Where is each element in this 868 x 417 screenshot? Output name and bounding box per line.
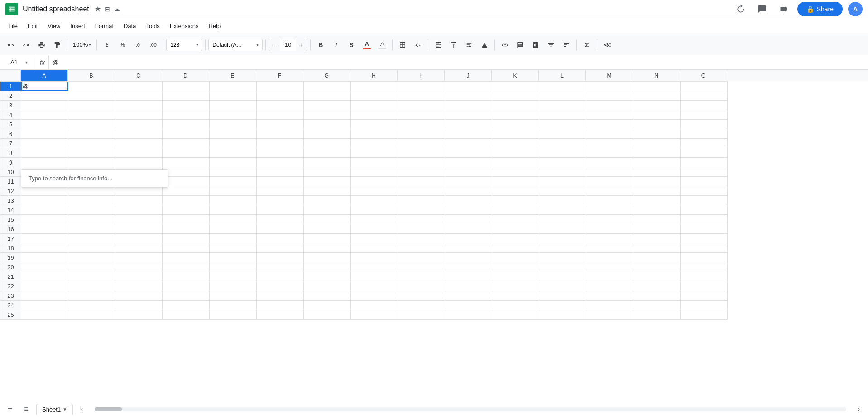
- cell-L16[interactable]: [539, 224, 586, 234]
- video-icon[interactable]: [776, 1, 792, 17]
- cell-J17[interactable]: [445, 234, 492, 243]
- cell-D20[interactable]: [163, 262, 210, 272]
- cell-C20[interactable]: [115, 262, 163, 272]
- cell-N25[interactable]: [633, 310, 681, 320]
- cell-I22[interactable]: [398, 281, 445, 291]
- cell-F7[interactable]: [257, 139, 304, 148]
- col-header-g[interactable]: G: [303, 70, 350, 81]
- cell-K21[interactable]: [492, 272, 539, 281]
- undo-button[interactable]: [4, 38, 18, 52]
- cell-B2[interactable]: [68, 91, 115, 101]
- cell-F20[interactable]: [257, 262, 304, 272]
- functions-button[interactable]: Σ: [580, 38, 594, 52]
- cell-L10[interactable]: [539, 167, 586, 177]
- cell-C5[interactable]: [115, 120, 163, 129]
- cell-J14[interactable]: [445, 205, 492, 215]
- cell-L9[interactable]: [539, 158, 586, 167]
- cell-H6[interactable]: [351, 129, 398, 139]
- cell-G17[interactable]: [304, 234, 351, 243]
- cell-G7[interactable]: [304, 139, 351, 148]
- cell-G5[interactable]: [304, 120, 351, 129]
- cell-G8[interactable]: [304, 148, 351, 158]
- cell-B15[interactable]: [68, 215, 115, 224]
- cell-I18[interactable]: [398, 243, 445, 253]
- cell-K22[interactable]: [492, 281, 539, 291]
- cell-A3[interactable]: [21, 101, 68, 110]
- cell-D6[interactable]: [163, 129, 210, 139]
- cell-N23[interactable]: [633, 291, 681, 301]
- cell-M15[interactable]: [586, 215, 633, 224]
- cell-D12[interactable]: [163, 186, 210, 196]
- cell-J8[interactable]: [445, 148, 492, 158]
- cell-A6[interactable]: [21, 129, 68, 139]
- cell-I25[interactable]: [398, 310, 445, 320]
- row-num-1[interactable]: 1: [0, 82, 21, 91]
- cell-A2[interactable]: [21, 91, 68, 101]
- bottom-scrollbar[interactable]: [95, 407, 846, 411]
- cell-M16[interactable]: [586, 224, 633, 234]
- font-size-input[interactable]: [280, 39, 296, 51]
- hide-toolbar-button[interactable]: ≪: [600, 38, 614, 52]
- chat-icon[interactable]: [754, 1, 770, 17]
- cell-N17[interactable]: [633, 234, 681, 243]
- cell-K8[interactable]: [492, 148, 539, 158]
- cell-N5[interactable]: [633, 120, 681, 129]
- cell-B3[interactable]: [68, 101, 115, 110]
- col-header-c[interactable]: C: [115, 70, 162, 81]
- cell-K3[interactable]: [492, 101, 539, 110]
- col-header-k[interactable]: K: [492, 70, 539, 81]
- cell-O6[interactable]: [681, 129, 728, 139]
- col-header-j[interactable]: J: [445, 70, 492, 81]
- cell-M3[interactable]: [586, 101, 633, 110]
- cell-E4[interactable]: [210, 110, 257, 120]
- cell-J10[interactable]: [445, 167, 492, 177]
- cell-F22[interactable]: [257, 281, 304, 291]
- cell-C25[interactable]: [115, 310, 163, 320]
- menu-insert[interactable]: Insert: [66, 21, 90, 31]
- row-num-22[interactable]: 22: [0, 281, 21, 291]
- cell-D22[interactable]: [163, 281, 210, 291]
- cell-N10[interactable]: [633, 167, 681, 177]
- bold-button[interactable]: B: [313, 38, 328, 52]
- text-color-button[interactable]: A: [360, 38, 374, 52]
- spreadsheet-title[interactable]: Untitled spreadsheet: [23, 5, 89, 13]
- cell-D4[interactable]: [163, 110, 210, 120]
- cell-G23[interactable]: [304, 291, 351, 301]
- cell-M4[interactable]: [586, 110, 633, 120]
- folder-icon[interactable]: ⊟: [105, 5, 110, 13]
- cell-O9[interactable]: [681, 158, 728, 167]
- cell-J18[interactable]: [445, 243, 492, 253]
- cell-H20[interactable]: [351, 262, 398, 272]
- cell-D24[interactable]: [163, 301, 210, 310]
- col-header-i[interactable]: I: [398, 70, 445, 81]
- cell-E6[interactable]: [210, 129, 257, 139]
- cell-N7[interactable]: [633, 139, 681, 148]
- row-num-3[interactable]: 3: [0, 101, 21, 110]
- cell-F10[interactable]: [257, 167, 304, 177]
- cell-K20[interactable]: [492, 262, 539, 272]
- cell-O2[interactable]: [681, 91, 728, 101]
- cell-A21[interactable]: [21, 272, 68, 281]
- link-button[interactable]: [498, 38, 512, 52]
- cell-N18[interactable]: [633, 243, 681, 253]
- cell-H14[interactable]: [351, 205, 398, 215]
- cell-D18[interactable]: [163, 243, 210, 253]
- cell-I11[interactable]: [398, 177, 445, 186]
- cell-E1[interactable]: [210, 82, 257, 91]
- cell-C17[interactable]: [115, 234, 163, 243]
- cell-M6[interactable]: [586, 129, 633, 139]
- cell-O20[interactable]: [681, 262, 728, 272]
- cell-O13[interactable]: [681, 196, 728, 205]
- cell-K2[interactable]: [492, 91, 539, 101]
- cell-N21[interactable]: [633, 272, 681, 281]
- cell-A8[interactable]: [21, 148, 68, 158]
- cell-G25[interactable]: [304, 310, 351, 320]
- cell-H4[interactable]: [351, 110, 398, 120]
- menu-format[interactable]: Format: [91, 21, 118, 31]
- cell-K9[interactable]: [492, 158, 539, 167]
- row-num-11[interactable]: 11: [0, 177, 21, 186]
- row-num-17[interactable]: 17: [0, 234, 21, 243]
- cell-B21[interactable]: [68, 272, 115, 281]
- cell-K23[interactable]: [492, 291, 539, 301]
- cell-J22[interactable]: [445, 281, 492, 291]
